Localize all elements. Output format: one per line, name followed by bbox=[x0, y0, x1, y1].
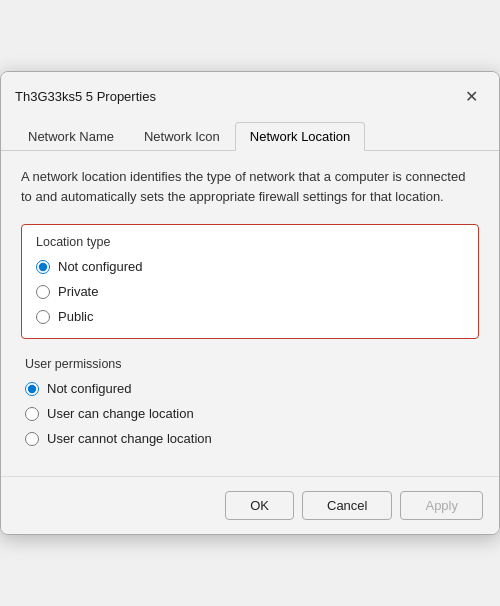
window-title: Th3G33ks5 5 Properties bbox=[15, 89, 156, 104]
cancel-button[interactable]: Cancel bbox=[302, 491, 392, 520]
dialog-footer: OK Cancel Apply bbox=[1, 476, 499, 534]
ok-button[interactable]: OK bbox=[225, 491, 294, 520]
user-permissions-section: User permissions Not configured User can… bbox=[21, 357, 479, 446]
description-text: A network location identifies the type o… bbox=[21, 167, 479, 206]
location-type-label: Location type bbox=[36, 235, 464, 249]
location-private-option[interactable]: Private bbox=[36, 284, 464, 299]
perm-can-change-radio[interactable] bbox=[25, 407, 39, 421]
user-permissions-radio-group: Not configured User can change location … bbox=[25, 381, 475, 446]
location-public-label: Public bbox=[58, 309, 93, 324]
location-type-section: Location type Not configured Private Pub… bbox=[21, 224, 479, 339]
user-permissions-label: User permissions bbox=[25, 357, 475, 371]
tab-bar: Network Name Network Icon Network Locati… bbox=[1, 114, 499, 151]
tab-network-icon[interactable]: Network Icon bbox=[129, 122, 235, 150]
properties-dialog: Th3G33ks5 5 Properties ✕ Network Name Ne… bbox=[0, 71, 500, 535]
perm-not-configured-radio[interactable] bbox=[25, 382, 39, 396]
perm-can-change-label: User can change location bbox=[47, 406, 194, 421]
close-button[interactable]: ✕ bbox=[457, 82, 485, 110]
tab-network-location[interactable]: Network Location bbox=[235, 122, 365, 151]
location-not-configured-option[interactable]: Not configured bbox=[36, 259, 464, 274]
tab-network-name[interactable]: Network Name bbox=[13, 122, 129, 150]
perm-cannot-change-option[interactable]: User cannot change location bbox=[25, 431, 475, 446]
title-bar: Th3G33ks5 5 Properties ✕ bbox=[1, 72, 499, 110]
location-not-configured-radio[interactable] bbox=[36, 260, 50, 274]
perm-not-configured-option[interactable]: Not configured bbox=[25, 381, 475, 396]
perm-cannot-change-label: User cannot change location bbox=[47, 431, 212, 446]
perm-can-change-option[interactable]: User can change location bbox=[25, 406, 475, 421]
location-public-radio[interactable] bbox=[36, 310, 50, 324]
location-public-option[interactable]: Public bbox=[36, 309, 464, 324]
perm-cannot-change-radio[interactable] bbox=[25, 432, 39, 446]
location-private-label: Private bbox=[58, 284, 98, 299]
location-private-radio[interactable] bbox=[36, 285, 50, 299]
tab-content: A network location identifies the type o… bbox=[1, 151, 499, 476]
location-type-radio-group: Not configured Private Public bbox=[36, 259, 464, 324]
location-not-configured-label: Not configured bbox=[58, 259, 143, 274]
apply-button[interactable]: Apply bbox=[400, 491, 483, 520]
perm-not-configured-label: Not configured bbox=[47, 381, 132, 396]
